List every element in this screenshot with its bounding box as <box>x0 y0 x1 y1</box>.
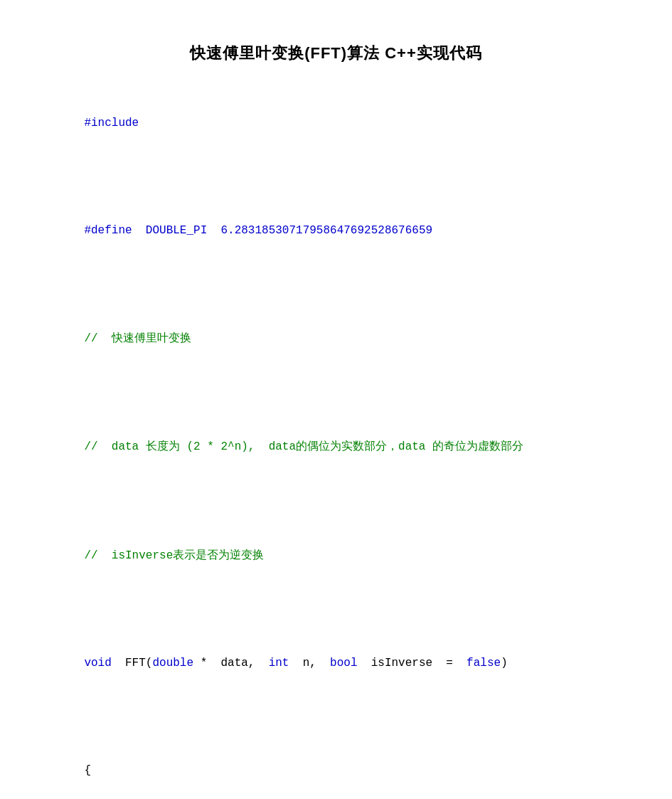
false-keyword: false <box>466 657 501 670</box>
code-line-func-decl: void FFT(double * data, int n, bool isIn… <box>57 633 615 694</box>
comment-fft: // 快速傅里叶变换 <box>84 332 191 345</box>
code-line-blank3 <box>57 383 615 403</box>
code-line-blank1 <box>57 166 615 187</box>
param-n: n, <box>289 657 330 670</box>
code-line-comment1: // 快速傅里叶变换 <box>57 307 615 369</box>
code-line-blank6 <box>57 707 615 727</box>
func-name: FFT( <box>112 657 153 670</box>
comment-data: // data 长度为 (2 * 2^n), data的偶位为实数部分，data… <box>84 440 523 453</box>
comment-isinverse: // isInverse表示是否为逆变换 <box>84 549 264 562</box>
double-keyword1: double <box>152 657 193 670</box>
include-directive: #include <box>84 117 139 129</box>
param-isinverse: isInverse = <box>357 657 466 670</box>
int-keyword1: int <box>269 657 289 670</box>
code-line-include: #include <box>57 92 615 154</box>
bool-keyword: bool <box>330 657 357 670</box>
code-block: #include #define DOUBLE_PI 6.28318530717… <box>57 92 615 799</box>
page-title: 快速傅里叶变换(FFT)算法 C++实现代码 <box>57 43 615 64</box>
open-brace: { <box>84 764 91 777</box>
code-line-blank5 <box>57 599 615 620</box>
code-line-comment2: // data 长度为 (2 * 2^n), data的偶位为实数部分，data… <box>57 416 615 478</box>
void-keyword: void <box>84 657 111 670</box>
code-line-brace-open: { <box>57 740 615 799</box>
func-params: * data, <box>193 657 269 670</box>
code-line-comment3: // isInverse表示是否为逆变换 <box>57 524 615 586</box>
code-line-blank2 <box>57 275 615 295</box>
code-line-blank4 <box>57 491 615 512</box>
code-line-define: #define DOUBLE_PI 6.28318530717958647692… <box>57 200 615 261</box>
define-directive: #define DOUBLE_PI 6.28318530717958647692… <box>84 224 432 237</box>
func-close-paren: ) <box>501 657 508 670</box>
